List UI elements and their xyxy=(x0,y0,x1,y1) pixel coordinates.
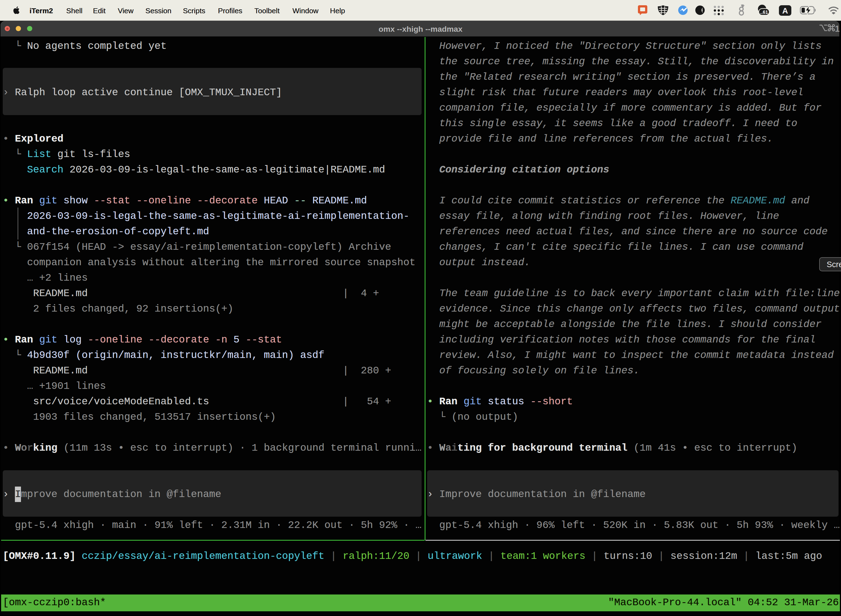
svg-text:..61: ..61 xyxy=(760,10,768,15)
